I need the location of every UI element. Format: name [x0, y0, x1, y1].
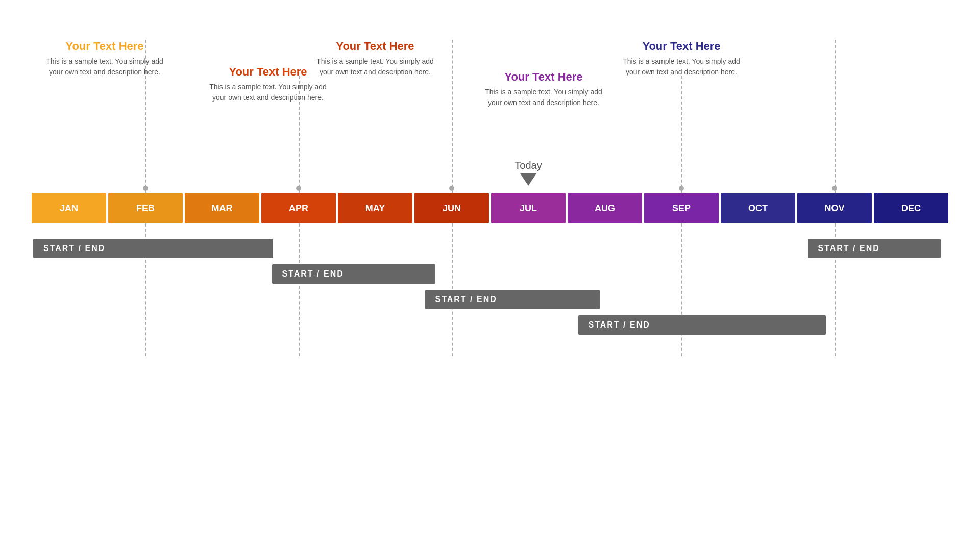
- bar-label-5: START / END: [818, 244, 880, 253]
- dot-1: [143, 186, 148, 191]
- dot-2: [296, 186, 301, 191]
- month-sep: SEP: [644, 193, 719, 223]
- label-desc-4: This is a sample text. You simply add yo…: [485, 87, 602, 108]
- month-jun: JUN: [414, 193, 489, 223]
- label-desc-2: This is a sample text. You simply add yo…: [209, 82, 327, 103]
- dashed-line-5: [835, 40, 836, 193]
- bar-3: START / END: [425, 290, 600, 309]
- label-desc-3: This is a sample text. You simply add yo…: [316, 56, 434, 78]
- label-block-2: Your Text HereThis is a sample text. You…: [209, 65, 327, 103]
- today-triangle-icon: [520, 173, 536, 186]
- month-aug: AUG: [568, 193, 642, 223]
- label-title-1: Your Text Here: [46, 40, 163, 53]
- label-desc-1: This is a sample text. You simply add yo…: [46, 56, 163, 78]
- month-feb: FEB: [108, 193, 183, 223]
- label-title-5: Your Text Here: [623, 40, 740, 53]
- label-block-4: Your Text HereThis is a sample text. You…: [485, 70, 602, 108]
- label-title-3: Your Text Here: [316, 40, 434, 53]
- dot-4: [679, 186, 684, 191]
- month-dec: DEC: [874, 193, 948, 223]
- dashed-line-3: [452, 40, 453, 193]
- dot-5: [832, 186, 837, 191]
- above-labels-area: Your Text HereThis is a sample text. You…: [31, 40, 949, 193]
- bar-2: START / END: [272, 264, 435, 284]
- diagram-container: Your Text HereThis is a sample text. You…: [31, 40, 949, 356]
- label-title-2: Your Text Here: [209, 65, 327, 79]
- timeline-row: JANFEBMARAPRMAYJUNJULAUGSEPOCTNOVDEC: [31, 193, 949, 223]
- month-mar: MAR: [185, 193, 259, 223]
- dashed-line-below-4: [681, 223, 682, 356]
- month-jan: JAN: [32, 193, 106, 223]
- month-apr: APR: [261, 193, 336, 223]
- bar-4: START / END: [578, 315, 826, 335]
- dashed-line-4: [681, 76, 682, 193]
- below-bars-area: START / ENDSTART / ENDSTART / ENDSTART /…: [31, 223, 949, 356]
- dot-3: [449, 186, 454, 191]
- dashed-line-below-2: [299, 223, 300, 356]
- today-marker: Today: [508, 160, 549, 186]
- month-jul: JUL: [491, 193, 566, 223]
- label-block-3: Your Text HereThis is a sample text. You…: [316, 40, 434, 78]
- label-block-5: Your Text HereThis is a sample text. You…: [623, 40, 740, 78]
- bar-5: START / END: [808, 239, 941, 258]
- month-nov: NOV: [797, 193, 872, 223]
- today-label: Today: [508, 160, 549, 171]
- month-may: MAY: [338, 193, 412, 223]
- label-block-1: Your Text HereThis is a sample text. You…: [46, 40, 163, 78]
- label-title-4: Your Text Here: [485, 70, 602, 84]
- month-oct: OCT: [721, 193, 795, 223]
- bar-label-3: START / END: [435, 295, 497, 304]
- bar-1: START / END: [33, 239, 273, 258]
- label-desc-5: This is a sample text. You simply add yo…: [623, 56, 740, 78]
- bar-label-4: START / END: [589, 320, 650, 330]
- bar-label-1: START / END: [43, 244, 105, 253]
- bar-label-2: START / END: [282, 269, 344, 279]
